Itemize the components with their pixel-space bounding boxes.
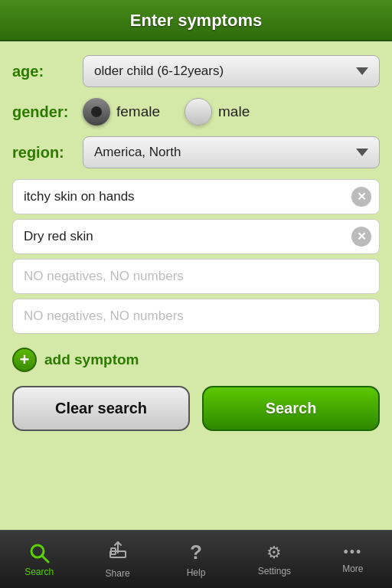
tab-search[interactable]: Search xyxy=(0,531,78,588)
tab-bar: Search Share ? Help ⚙ Settings ••• More xyxy=(0,530,392,588)
symptom-row-1: ✕ xyxy=(12,179,380,214)
help-icon: ? xyxy=(190,541,202,564)
female-option[interactable]: female xyxy=(83,98,160,126)
age-row: age: older child (6-12years) xyxy=(12,55,380,87)
clear-symptom-1-icon[interactable]: ✕ xyxy=(351,187,371,207)
region-dropdown-arrow-icon xyxy=(356,149,368,156)
gender-label: gender: xyxy=(12,103,74,121)
male-option[interactable]: male xyxy=(185,98,250,126)
age-dropdown[interactable]: older child (6-12years) xyxy=(83,55,380,87)
tab-help[interactable]: ? Help xyxy=(157,531,235,588)
settings-icon: ⚙ xyxy=(266,543,282,563)
tab-more-label: More xyxy=(342,564,363,574)
clear-search-button[interactable]: Clear search xyxy=(12,386,190,431)
symptom-input-2[interactable] xyxy=(13,220,351,253)
tab-settings[interactable]: ⚙ Settings xyxy=(235,531,313,588)
clear-symptom-2-icon[interactable]: ✕ xyxy=(351,227,371,247)
gender-row: gender: female male xyxy=(12,98,380,126)
symptom-row-3 xyxy=(12,259,380,294)
share-icon xyxy=(108,541,128,565)
female-label: female xyxy=(116,103,160,120)
region-dropdown-value: America, North xyxy=(94,145,181,160)
symptom-row-2: ✕ xyxy=(12,219,380,254)
add-symptom-row: + add symptom xyxy=(12,348,380,372)
tab-search-label: Search xyxy=(24,567,54,577)
male-label: male xyxy=(218,103,250,120)
age-dropdown-arrow-icon xyxy=(356,67,368,75)
region-dropdown[interactable]: America, North xyxy=(83,136,380,168)
symptom-row-4 xyxy=(12,299,380,334)
symptom-input-4[interactable] xyxy=(13,299,379,333)
age-label: age: xyxy=(12,63,74,80)
region-label: region: xyxy=(12,144,74,162)
app-header: Enter symptoms xyxy=(0,0,392,41)
tab-share-label: Share xyxy=(106,568,130,579)
main-content: age: older child (6-12years) gender: fem… xyxy=(0,41,392,530)
male-radio-unselected[interactable] xyxy=(185,98,212,126)
age-dropdown-value: older child (6-12years) xyxy=(94,64,224,79)
search-tab-icon xyxy=(28,542,50,564)
tab-settings-label: Settings xyxy=(258,566,291,577)
tab-more[interactable]: ••• More xyxy=(314,531,392,588)
region-row: region: America, North xyxy=(12,136,380,168)
symptom-input-3[interactable] xyxy=(13,260,379,293)
symptom-input-1[interactable] xyxy=(13,180,351,214)
female-radio-dot xyxy=(91,106,102,117)
tab-share[interactable]: Share xyxy=(78,531,156,588)
more-icon: ••• xyxy=(343,544,362,560)
male-radio-dot xyxy=(194,107,203,116)
add-symptom-label[interactable]: add symptom xyxy=(44,351,139,368)
search-button[interactable]: Search xyxy=(202,386,380,431)
tab-help-label: Help xyxy=(187,567,206,578)
female-radio-selected[interactable] xyxy=(83,98,110,126)
svg-line-1 xyxy=(42,556,48,562)
buttons-row: Clear search Search xyxy=(12,386,380,431)
page-title: Enter symptoms xyxy=(130,11,262,30)
add-symptom-icon[interactable]: + xyxy=(12,348,37,372)
symptoms-section: ✕ ✕ xyxy=(12,179,380,334)
